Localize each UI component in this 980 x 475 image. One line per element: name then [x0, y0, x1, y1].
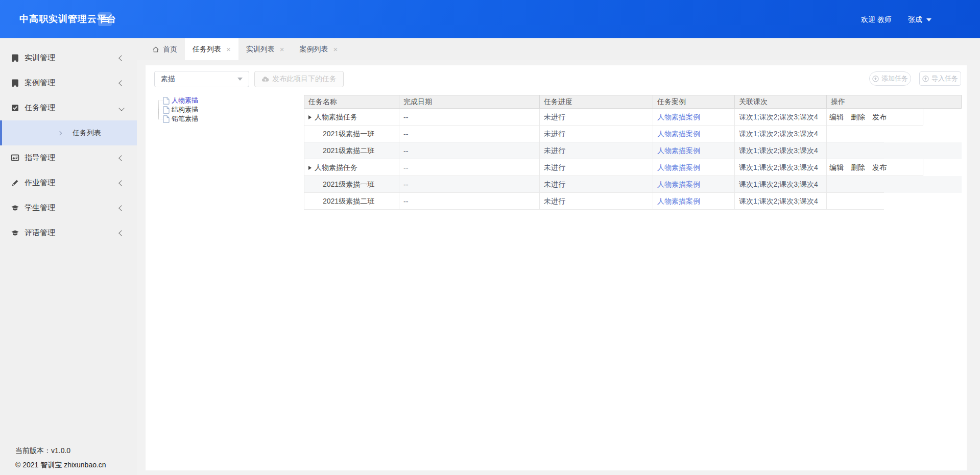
tab[interactable]: 首页 [145, 38, 185, 60]
table-header-row: 任务名称 完成日期 任务进度 任务案例 关联课次 操作 [304, 95, 962, 109]
cell-finish-date: -- [399, 193, 539, 210]
cell-actions [826, 176, 962, 193]
publish-project-tasks-button[interactable]: 发布此项目下的任务 [254, 71, 344, 87]
publish-action[interactable]: 发布 [872, 163, 887, 172]
tree-node[interactable]: 铅笔素描 [158, 114, 198, 123]
edit-action[interactable]: 编辑 [829, 163, 844, 172]
task-table: 任务名称 完成日期 任务进度 任务案例 关联课次 操作 人物素描任务 -- 未进… [304, 95, 962, 210]
tab-close-icon[interactable] [280, 45, 284, 53]
cell-progress: 未进行 [539, 126, 653, 142]
hamburger-icon[interactable] [98, 12, 112, 26]
content-card: 素描 发布此项目下的任务 添加任务 导入任务 人物素描 [146, 65, 967, 470]
task-case-link[interactable]: 人物素描案例 [657, 197, 700, 206]
sidebar-item-label: 实训管理 [25, 53, 55, 63]
sidebar-subitem[interactable]: 任务列表 [0, 120, 137, 145]
task-case-link[interactable]: 人物素描案例 [657, 146, 700, 156]
tab-label: 首页 [163, 45, 177, 54]
edit-action[interactable]: 编辑 [829, 113, 844, 122]
cell-task-name: 2021级素描二班 [304, 193, 399, 210]
sidebar-item[interactable]: 学生管理 [0, 195, 137, 220]
caret-down-icon [237, 78, 243, 81]
tab[interactable]: 案例列表 [292, 38, 346, 60]
cell-task-name: 人物素描任务 [304, 109, 399, 126]
circle-up-arrow-icon [922, 76, 929, 82]
document-icon [163, 106, 170, 114]
cell-finish-date: -- [399, 142, 539, 159]
cell-lessons: 课次1;课次2;课次3;课次4 [734, 109, 826, 126]
expand-caret-icon[interactable] [308, 166, 312, 170]
cell-lessons: 课次1;课次2;课次3;课次4 [734, 142, 826, 159]
import-task-label: 导入任务 [931, 74, 958, 83]
cap-icon [11, 204, 19, 212]
import-task-button[interactable]: 导入任务 [919, 71, 961, 86]
cap-icon [11, 229, 19, 237]
sidebar-item[interactable]: 指导管理 [0, 145, 137, 170]
cell-finish-date: -- [399, 176, 539, 193]
chevron-left-icon [118, 205, 124, 211]
sidebar-item-label: 作业管理 [25, 178, 55, 188]
sidebar-item-label: 任务管理 [25, 103, 55, 113]
circle-plus-icon [872, 76, 879, 82]
cloud-upload-icon [261, 76, 269, 83]
tree-connector [158, 119, 162, 119]
delete-action[interactable]: 删除 [851, 163, 865, 172]
tab-close-icon[interactable] [333, 45, 338, 53]
task-case-link[interactable]: 人物素描案例 [657, 180, 700, 189]
chevron-down-icon [118, 105, 124, 111]
add-task-button[interactable]: 添加任务 [869, 71, 911, 86]
tab-label: 任务列表 [193, 45, 221, 54]
cell-progress: 未进行 [539, 109, 653, 126]
sidebar-item-label: 评语管理 [25, 228, 55, 238]
task-case-link[interactable]: 人物素描案例 [657, 130, 700, 139]
tree-node[interactable]: 人物素描 [158, 96, 198, 105]
bookmark-icon [11, 54, 19, 62]
cell-actions: 编辑 删除 发布 [826, 159, 962, 176]
welcome-text: 欢迎 教师 [861, 15, 892, 24]
tab-label: 实训列表 [246, 45, 275, 54]
tab-close-icon[interactable] [226, 45, 231, 53]
chevron-left-icon [118, 180, 124, 186]
document-icon [163, 97, 170, 105]
project-tree: 人物素描 结构素描 铅笔素描 [158, 96, 198, 123]
delete-action[interactable]: 删除 [851, 113, 865, 122]
cell-task-name: 2021级素描二班 [304, 142, 399, 159]
table-row: 2021级素描一班 -- 未进行 人物素描案例 课次1;课次2;课次3;课次4 [304, 126, 962, 142]
task-icon [11, 104, 19, 112]
copyright-text: © 2021 智训宝 zhixunbao.cn [15, 461, 106, 470]
cell-finish-date: -- [399, 109, 539, 126]
task-case-link[interactable]: 人物素描案例 [657, 113, 700, 122]
document-icon [163, 115, 170, 123]
tree-node-label: 人物素描 [172, 96, 198, 105]
column-header: 任务案例 [653, 95, 734, 108]
cell-task-case: 人物素描案例 [653, 176, 734, 193]
publish-action[interactable]: 发布 [872, 113, 887, 122]
board-icon [11, 154, 19, 162]
cell-progress: 未进行 [539, 193, 653, 210]
sidebar-item[interactable]: 作业管理 [0, 170, 137, 195]
sidebar-subitem-label: 任务列表 [73, 129, 101, 138]
table-row: 人物素描任务 -- 未进行 人物素描案例 课次1;课次2;课次3;课次4 编辑 … [304, 159, 962, 176]
cell-lessons: 课次1;课次2;课次3;课次4 [734, 159, 826, 176]
chevron-left-icon [118, 80, 124, 86]
tree-node[interactable]: 结构素描 [158, 105, 198, 114]
sidebar-item[interactable]: 评语管理 [0, 220, 137, 245]
project-select[interactable]: 素描 [154, 71, 249, 87]
sidebar-item[interactable]: 实训管理 [0, 45, 137, 70]
table-row: 2021级素描一班 -- 未进行 人物素描案例 课次1;课次2;课次3;课次4 [304, 176, 962, 193]
tab[interactable]: 任务列表 [185, 38, 238, 60]
sidebar-item[interactable]: 案例管理 [0, 70, 137, 95]
add-task-label: 添加任务 [881, 74, 908, 83]
task-case-link[interactable]: 人物素描案例 [657, 163, 700, 172]
column-header: 操作 [826, 95, 961, 108]
content-page: 素描 发布此项目下的任务 添加任务 导入任务 人物素描 [137, 60, 980, 475]
chevron-right-icon [58, 131, 62, 135]
cell-finish-date: -- [399, 159, 539, 176]
tab[interactable]: 实训列表 [238, 38, 292, 60]
user-menu[interactable]: 张成 [908, 15, 931, 24]
cell-lessons: 课次1;课次2;课次3;课次4 [734, 176, 826, 193]
sidebar-item[interactable]: 任务管理 [0, 95, 137, 120]
cell-task-name: 2021级素描一班 [304, 176, 399, 193]
expand-caret-icon[interactable] [308, 115, 312, 119]
sidebar-item-label: 指导管理 [25, 153, 55, 163]
column-header: 完成日期 [399, 95, 539, 108]
